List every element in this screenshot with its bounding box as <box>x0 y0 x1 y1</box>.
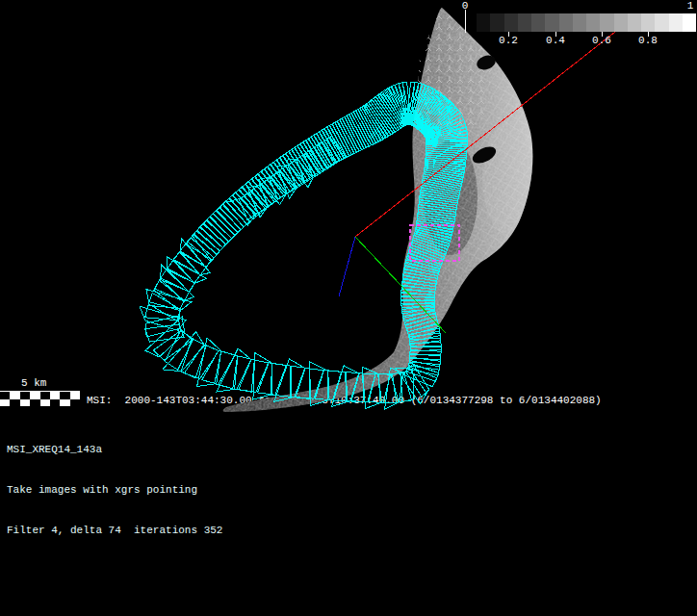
scale-bar-cell <box>60 399 69 407</box>
colorbar-segment <box>628 13 641 32</box>
colorbar-segment <box>559 13 573 32</box>
colorbar-segment <box>655 13 668 32</box>
colorbar-tick-label: 0.4 <box>543 35 568 47</box>
colorbar-zero-tick <box>465 10 466 33</box>
scale-bar-label: 5 km <box>21 377 46 390</box>
colorbar-segment <box>683 13 696 32</box>
axis-z-line <box>339 237 355 296</box>
colorbar-segment <box>586 13 600 32</box>
colorbar-segment <box>531 13 545 32</box>
colorbar-segment <box>614 13 628 32</box>
scale-bar-cell <box>70 399 80 407</box>
scale-bar-cell <box>0 399 10 407</box>
scale-bar-cell <box>40 399 50 407</box>
colorbar-segment <box>600 13 613 32</box>
colorbar-segment <box>545 13 558 32</box>
colorbar-tick-label: 0.6 <box>589 35 614 47</box>
colorbar-tick-label: 0.8 <box>635 35 660 47</box>
scale-bar-cell <box>60 392 69 399</box>
scale-bar-cell <box>50 392 60 399</box>
colorbar-tick-label: 0.2 <box>496 35 521 47</box>
colorbar <box>477 13 696 32</box>
colorbar-segment <box>518 13 531 32</box>
colorbar-segment <box>573 13 586 32</box>
scale-bar-cell <box>50 399 60 407</box>
scale-bar-cell <box>20 392 30 399</box>
scale-bar-cell <box>30 392 39 399</box>
colorbar-segment <box>669 13 683 32</box>
colorbar-segment <box>477 13 490 32</box>
scale-bar-cell <box>10 399 19 407</box>
scale-bar-cell <box>70 392 80 399</box>
sequence-parameters: Filter 4, delta 74 iterations 352 <box>7 524 222 537</box>
sequence-id: MSI_XREQ14_143a <box>7 443 222 456</box>
colorbar-segment <box>504 13 518 32</box>
viewer-window: MSI: 2000-143T03:44:30.00 to 2000-143T10… <box>0 0 697 616</box>
scale-bar-checker <box>0 391 80 406</box>
sequence-info: MSI_XREQ14_143a Take images with xgrs po… <box>7 416 222 564</box>
scale-bar-cell <box>0 392 10 399</box>
scale-bar-cell <box>40 392 50 399</box>
colorbar-segment <box>490 13 503 32</box>
scale-bar-cell <box>20 399 30 407</box>
colorbar-max-label: 1 <box>681 0 697 13</box>
colorbar-segment <box>641 13 655 32</box>
scale-bar-cell <box>30 399 39 407</box>
scale-bar-cell <box>10 392 19 399</box>
sequence-description: Take images with xgrs pointing <box>7 483 222 497</box>
